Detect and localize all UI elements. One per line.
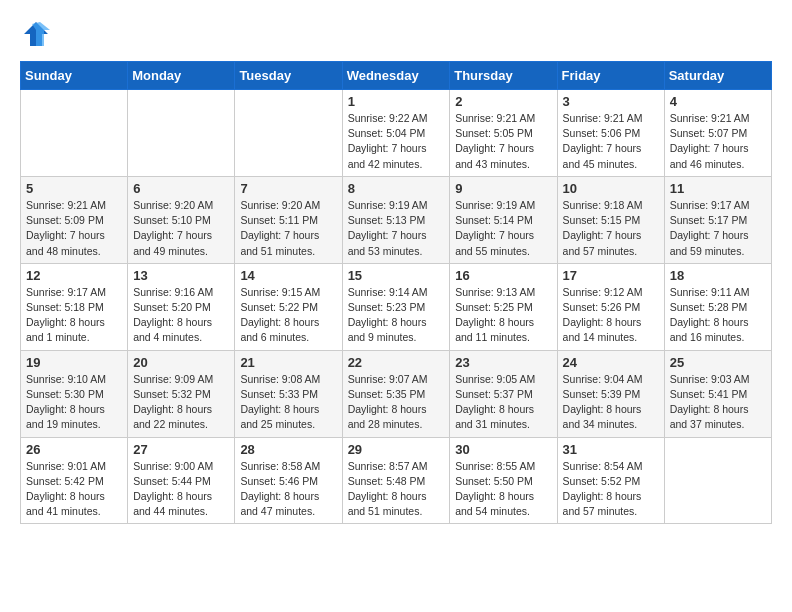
day-content: Sunrise: 9:00 AMSunset: 5:44 PMDaylight:… bbox=[133, 459, 229, 520]
day-content: Sunrise: 9:14 AMSunset: 5:23 PMDaylight:… bbox=[348, 285, 445, 346]
day-number: 26 bbox=[26, 442, 122, 457]
weekday-header-wednesday: Wednesday bbox=[342, 62, 450, 90]
day-number: 9 bbox=[455, 181, 551, 196]
day-content: Sunrise: 9:01 AMSunset: 5:42 PMDaylight:… bbox=[26, 459, 122, 520]
weekday-header-thursday: Thursday bbox=[450, 62, 557, 90]
calendar-cell: 21Sunrise: 9:08 AMSunset: 5:33 PMDayligh… bbox=[235, 350, 342, 437]
day-number: 27 bbox=[133, 442, 229, 457]
calendar-cell: 2Sunrise: 9:21 AMSunset: 5:05 PMDaylight… bbox=[450, 90, 557, 177]
day-content: Sunrise: 9:11 AMSunset: 5:28 PMDaylight:… bbox=[670, 285, 766, 346]
calendar-cell: 15Sunrise: 9:14 AMSunset: 5:23 PMDayligh… bbox=[342, 263, 450, 350]
logo-icon bbox=[22, 20, 50, 48]
weekday-header-saturday: Saturday bbox=[664, 62, 771, 90]
day-number: 12 bbox=[26, 268, 122, 283]
calendar-cell: 30Sunrise: 8:55 AMSunset: 5:50 PMDayligh… bbox=[450, 437, 557, 524]
calendar-cell: 26Sunrise: 9:01 AMSunset: 5:42 PMDayligh… bbox=[21, 437, 128, 524]
day-number: 7 bbox=[240, 181, 336, 196]
calendar-cell bbox=[21, 90, 128, 177]
day-number: 6 bbox=[133, 181, 229, 196]
day-content: Sunrise: 9:20 AMSunset: 5:10 PMDaylight:… bbox=[133, 198, 229, 259]
calendar-cell: 12Sunrise: 9:17 AMSunset: 5:18 PMDayligh… bbox=[21, 263, 128, 350]
page: SundayMondayTuesdayWednesdayThursdayFrid… bbox=[0, 0, 792, 534]
calendar-cell bbox=[664, 437, 771, 524]
day-content: Sunrise: 8:54 AMSunset: 5:52 PMDaylight:… bbox=[563, 459, 659, 520]
calendar-cell: 3Sunrise: 9:21 AMSunset: 5:06 PMDaylight… bbox=[557, 90, 664, 177]
day-content: Sunrise: 9:10 AMSunset: 5:30 PMDaylight:… bbox=[26, 372, 122, 433]
weekday-header-row: SundayMondayTuesdayWednesdayThursdayFrid… bbox=[21, 62, 772, 90]
logo bbox=[20, 20, 50, 53]
day-number: 10 bbox=[563, 181, 659, 196]
calendar-cell: 20Sunrise: 9:09 AMSunset: 5:32 PMDayligh… bbox=[128, 350, 235, 437]
day-number: 30 bbox=[455, 442, 551, 457]
calendar-cell bbox=[128, 90, 235, 177]
day-number: 24 bbox=[563, 355, 659, 370]
day-number: 28 bbox=[240, 442, 336, 457]
calendar-cell: 8Sunrise: 9:19 AMSunset: 5:13 PMDaylight… bbox=[342, 176, 450, 263]
week-row-1: 1Sunrise: 9:22 AMSunset: 5:04 PMDaylight… bbox=[21, 90, 772, 177]
day-number: 31 bbox=[563, 442, 659, 457]
calendar-cell: 17Sunrise: 9:12 AMSunset: 5:26 PMDayligh… bbox=[557, 263, 664, 350]
day-content: Sunrise: 8:55 AMSunset: 5:50 PMDaylight:… bbox=[455, 459, 551, 520]
week-row-2: 5Sunrise: 9:21 AMSunset: 5:09 PMDaylight… bbox=[21, 176, 772, 263]
calendar-cell: 18Sunrise: 9:11 AMSunset: 5:28 PMDayligh… bbox=[664, 263, 771, 350]
calendar-cell: 24Sunrise: 9:04 AMSunset: 5:39 PMDayligh… bbox=[557, 350, 664, 437]
day-content: Sunrise: 9:18 AMSunset: 5:15 PMDaylight:… bbox=[563, 198, 659, 259]
day-number: 8 bbox=[348, 181, 445, 196]
day-content: Sunrise: 9:21 AMSunset: 5:06 PMDaylight:… bbox=[563, 111, 659, 172]
day-number: 15 bbox=[348, 268, 445, 283]
day-content: Sunrise: 9:12 AMSunset: 5:26 PMDaylight:… bbox=[563, 285, 659, 346]
day-content: Sunrise: 9:07 AMSunset: 5:35 PMDaylight:… bbox=[348, 372, 445, 433]
day-content: Sunrise: 9:21 AMSunset: 5:07 PMDaylight:… bbox=[670, 111, 766, 172]
calendar-cell: 27Sunrise: 9:00 AMSunset: 5:44 PMDayligh… bbox=[128, 437, 235, 524]
day-content: Sunrise: 8:57 AMSunset: 5:48 PMDaylight:… bbox=[348, 459, 445, 520]
calendar-cell bbox=[235, 90, 342, 177]
day-content: Sunrise: 9:16 AMSunset: 5:20 PMDaylight:… bbox=[133, 285, 229, 346]
calendar-cell: 31Sunrise: 8:54 AMSunset: 5:52 PMDayligh… bbox=[557, 437, 664, 524]
day-number: 2 bbox=[455, 94, 551, 109]
day-content: Sunrise: 9:17 AMSunset: 5:18 PMDaylight:… bbox=[26, 285, 122, 346]
day-content: Sunrise: 9:20 AMSunset: 5:11 PMDaylight:… bbox=[240, 198, 336, 259]
day-number: 23 bbox=[455, 355, 551, 370]
day-number: 1 bbox=[348, 94, 445, 109]
day-content: Sunrise: 9:09 AMSunset: 5:32 PMDaylight:… bbox=[133, 372, 229, 433]
calendar-cell: 14Sunrise: 9:15 AMSunset: 5:22 PMDayligh… bbox=[235, 263, 342, 350]
calendar-cell: 19Sunrise: 9:10 AMSunset: 5:30 PMDayligh… bbox=[21, 350, 128, 437]
calendar-table: SundayMondayTuesdayWednesdayThursdayFrid… bbox=[20, 61, 772, 524]
calendar-cell: 28Sunrise: 8:58 AMSunset: 5:46 PMDayligh… bbox=[235, 437, 342, 524]
day-number: 21 bbox=[240, 355, 336, 370]
day-number: 11 bbox=[670, 181, 766, 196]
calendar-cell: 1Sunrise: 9:22 AMSunset: 5:04 PMDaylight… bbox=[342, 90, 450, 177]
calendar-cell: 5Sunrise: 9:21 AMSunset: 5:09 PMDaylight… bbox=[21, 176, 128, 263]
day-content: Sunrise: 9:19 AMSunset: 5:14 PMDaylight:… bbox=[455, 198, 551, 259]
day-content: Sunrise: 9:21 AMSunset: 5:09 PMDaylight:… bbox=[26, 198, 122, 259]
day-content: Sunrise: 9:17 AMSunset: 5:17 PMDaylight:… bbox=[670, 198, 766, 259]
weekday-header-tuesday: Tuesday bbox=[235, 62, 342, 90]
day-content: Sunrise: 9:03 AMSunset: 5:41 PMDaylight:… bbox=[670, 372, 766, 433]
weekday-header-friday: Friday bbox=[557, 62, 664, 90]
day-number: 4 bbox=[670, 94, 766, 109]
day-content: Sunrise: 9:05 AMSunset: 5:37 PMDaylight:… bbox=[455, 372, 551, 433]
day-number: 14 bbox=[240, 268, 336, 283]
day-content: Sunrise: 9:22 AMSunset: 5:04 PMDaylight:… bbox=[348, 111, 445, 172]
day-content: Sunrise: 9:19 AMSunset: 5:13 PMDaylight:… bbox=[348, 198, 445, 259]
day-number: 20 bbox=[133, 355, 229, 370]
weekday-header-sunday: Sunday bbox=[21, 62, 128, 90]
day-number: 19 bbox=[26, 355, 122, 370]
calendar-cell: 23Sunrise: 9:05 AMSunset: 5:37 PMDayligh… bbox=[450, 350, 557, 437]
day-number: 17 bbox=[563, 268, 659, 283]
day-content: Sunrise: 9:04 AMSunset: 5:39 PMDaylight:… bbox=[563, 372, 659, 433]
header bbox=[20, 20, 772, 53]
calendar-cell: 13Sunrise: 9:16 AMSunset: 5:20 PMDayligh… bbox=[128, 263, 235, 350]
day-number: 29 bbox=[348, 442, 445, 457]
day-number: 18 bbox=[670, 268, 766, 283]
calendar-cell: 6Sunrise: 9:20 AMSunset: 5:10 PMDaylight… bbox=[128, 176, 235, 263]
calendar-cell: 7Sunrise: 9:20 AMSunset: 5:11 PMDaylight… bbox=[235, 176, 342, 263]
calendar-cell: 16Sunrise: 9:13 AMSunset: 5:25 PMDayligh… bbox=[450, 263, 557, 350]
week-row-3: 12Sunrise: 9:17 AMSunset: 5:18 PMDayligh… bbox=[21, 263, 772, 350]
week-row-4: 19Sunrise: 9:10 AMSunset: 5:30 PMDayligh… bbox=[21, 350, 772, 437]
calendar-cell: 22Sunrise: 9:07 AMSunset: 5:35 PMDayligh… bbox=[342, 350, 450, 437]
day-number: 22 bbox=[348, 355, 445, 370]
week-row-5: 26Sunrise: 9:01 AMSunset: 5:42 PMDayligh… bbox=[21, 437, 772, 524]
day-number: 13 bbox=[133, 268, 229, 283]
weekday-header-monday: Monday bbox=[128, 62, 235, 90]
